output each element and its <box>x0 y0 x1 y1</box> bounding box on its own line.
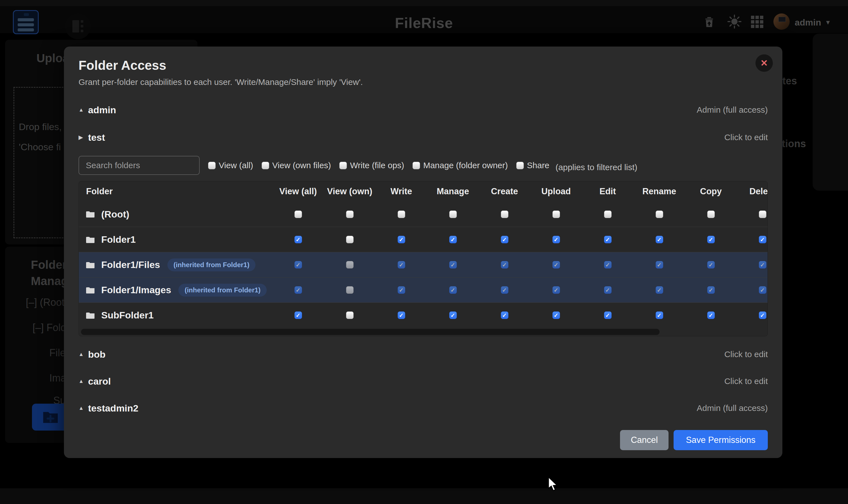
column-header-folder: Folder <box>79 186 272 197</box>
user-row-carol[interactable]: ▲ carol Click to edit <box>78 372 768 390</box>
permission-cell <box>324 211 375 218</box>
modal-subtitle: Grant per-folder capabilities to each us… <box>78 77 768 87</box>
cancel-button[interactable]: Cancel <box>620 430 669 450</box>
checkbox-checked[interactable]: ✓ <box>295 261 302 269</box>
checkbox-checked[interactable]: ✓ <box>707 311 715 319</box>
collapse-caret-icon[interactable]: ▲ <box>78 405 88 411</box>
checkbox-checked[interactable]: ✓ <box>552 286 560 294</box>
scrollbar-thumb[interactable] <box>81 329 659 335</box>
checkbox-checked[interactable]: ✓ <box>398 311 405 319</box>
user-row-admin[interactable]: ▲ admin Admin (full access) <box>78 101 768 119</box>
filter-share[interactable]: Share <box>516 161 549 170</box>
column-header-upload: Upload <box>530 186 582 197</box>
checkbox-checked[interactable]: ✓ <box>604 261 612 269</box>
folder-name: (Root) <box>101 209 129 220</box>
collapse-caret-icon[interactable]: ▲ <box>78 107 88 113</box>
permission-cell: ✓ <box>427 286 479 294</box>
search-folders-input[interactable] <box>78 156 200 175</box>
checkbox-checked[interactable]: ✓ <box>656 236 663 243</box>
checkbox-checked[interactable]: ✓ <box>398 261 405 269</box>
column-header-create: Create <box>479 186 530 197</box>
permission-cell: ✓ <box>427 261 479 269</box>
checkbox-checked[interactable]: ✓ <box>552 261 560 269</box>
permission-cell: ✓ <box>530 286 582 294</box>
folder-cell: Folder1/Files(inherited from Folder1) <box>79 258 272 271</box>
table-row: Folder1/Images(inherited from Folder1)✓✓… <box>79 277 767 303</box>
checkbox-unchecked[interactable] <box>346 261 354 269</box>
checkbox-checked[interactable]: ✓ <box>501 311 508 319</box>
checkbox-checked[interactable]: ✓ <box>449 286 457 294</box>
close-icon[interactable]: ✕ <box>756 54 773 72</box>
permission-cell: ✓ <box>582 311 634 319</box>
permission-cell: ✓ <box>737 311 768 319</box>
filter-write[interactable]: Write (file ops) <box>339 161 404 170</box>
permission-cell <box>582 211 634 218</box>
checkbox-checked[interactable]: ✓ <box>604 286 612 294</box>
column-header-copy: Copy <box>685 186 737 197</box>
checkbox-checked[interactable]: ✓ <box>449 311 457 319</box>
checkbox-unchecked[interactable] <box>295 211 302 218</box>
permission-cell: ✓ <box>634 311 685 319</box>
checkbox-unchecked[interactable] <box>449 211 457 218</box>
checkbox-checked[interactable]: ✓ <box>501 286 508 294</box>
checkbox-checked[interactable]: ✓ <box>552 311 560 319</box>
user-row-testadmin2[interactable]: ▲ testadmin2 Admin (full access) <box>78 399 768 417</box>
permission-cell: ✓ <box>479 286 530 294</box>
checkbox-unchecked[interactable] <box>656 211 663 218</box>
checkbox-checked[interactable]: ✓ <box>707 286 715 294</box>
table-header-row: FolderView (all)View (own)WriteManageCre… <box>79 181 767 201</box>
checkbox-checked[interactable]: ✓ <box>759 311 766 319</box>
checkbox-checked[interactable]: ✓ <box>759 261 766 269</box>
table-row: (Root) <box>79 201 767 227</box>
expand-caret-icon[interactable]: ▶ <box>78 134 88 141</box>
collapse-caret-icon[interactable]: ▲ <box>78 378 88 384</box>
user-row-test[interactable]: ▶ test Click to edit <box>78 128 768 146</box>
checkbox-checked[interactable]: ✓ <box>759 286 766 294</box>
column-header-delete: Delete <box>737 186 768 197</box>
filter-view-own[interactable]: View (own files) <box>262 161 331 170</box>
permission-cell: ✓ <box>634 261 685 269</box>
user-row-bob[interactable]: ▲ bob Click to edit <box>78 345 768 363</box>
folder-icon <box>86 286 95 294</box>
checkbox-checked[interactable]: ✓ <box>707 261 715 269</box>
checkbox-unchecked[interactable] <box>552 211 560 218</box>
save-permissions-button[interactable]: Save Permissions <box>674 430 768 450</box>
modal-title: Folder Access <box>78 58 768 73</box>
horizontal-scrollbar[interactable] <box>79 328 767 336</box>
checkbox-unchecked[interactable] <box>398 211 405 218</box>
checkbox-checked[interactable]: ✓ <box>656 311 663 319</box>
checkbox-checked[interactable]: ✓ <box>449 261 457 269</box>
filter-manage[interactable]: Manage (folder owner) <box>412 161 508 170</box>
checkbox-checked[interactable]: ✓ <box>295 286 302 294</box>
folder-permissions-table: FolderView (all)View (own)WriteManageCre… <box>78 181 768 336</box>
checkbox-unchecked[interactable] <box>707 211 715 218</box>
checkbox-checked[interactable]: ✓ <box>398 286 405 294</box>
checkbox-checked[interactable]: ✓ <box>604 236 612 243</box>
checkbox-checked[interactable]: ✓ <box>656 286 663 294</box>
checkbox-checked[interactable]: ✓ <box>552 236 560 243</box>
checkbox-checked[interactable]: ✓ <box>759 236 766 243</box>
permission-cell: ✓ <box>685 261 737 269</box>
checkbox-checked[interactable]: ✓ <box>398 236 405 243</box>
collapse-caret-icon[interactable]: ▲ <box>78 351 88 357</box>
user-hint: Click to edit <box>724 349 768 359</box>
checkbox-checked[interactable]: ✓ <box>656 261 663 269</box>
user-hint: Admin (full access) <box>697 105 768 115</box>
checkbox-checked[interactable]: ✓ <box>604 311 612 319</box>
checkbox-unchecked[interactable] <box>759 211 766 218</box>
checkbox-checked[interactable]: ✓ <box>449 236 457 243</box>
checkbox-checked[interactable]: ✓ <box>295 311 302 319</box>
checkbox-unchecked <box>339 162 347 169</box>
checkbox-checked[interactable]: ✓ <box>707 236 715 243</box>
filter-view-all[interactable]: View (all) <box>208 161 253 170</box>
checkbox-unchecked[interactable] <box>346 311 354 319</box>
checkbox-unchecked[interactable] <box>501 211 508 218</box>
checkbox-unchecked[interactable] <box>346 286 354 294</box>
checkbox-unchecked[interactable] <box>346 211 354 218</box>
checkbox-checked[interactable]: ✓ <box>501 261 508 269</box>
checkbox-checked[interactable]: ✓ <box>501 236 508 243</box>
checkbox-unchecked[interactable] <box>604 211 612 218</box>
checkbox-checked[interactable]: ✓ <box>295 236 302 243</box>
permission-cell <box>634 211 685 218</box>
checkbox-unchecked[interactable] <box>346 236 354 243</box>
